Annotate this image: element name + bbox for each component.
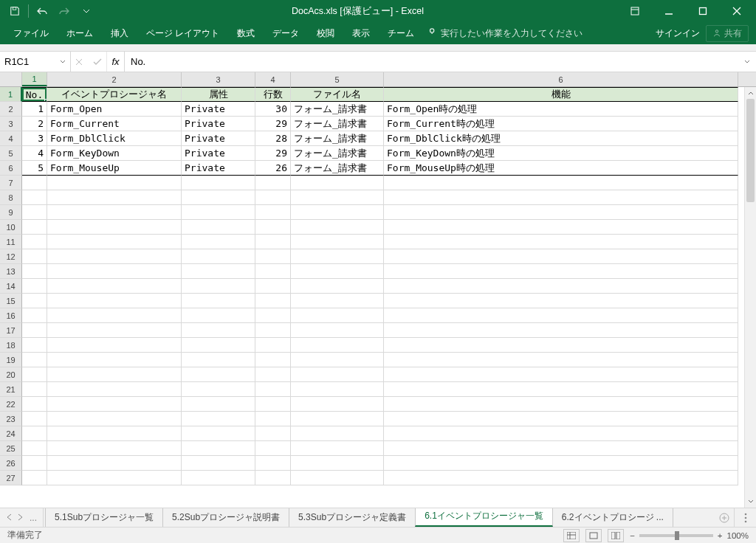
row-header[interactable]: 20	[0, 367, 22, 382]
cell[interactable]: Private	[182, 131, 255, 146]
cell[interactable]: Form_DblClick	[47, 131, 182, 146]
cell[interactable]	[291, 397, 384, 412]
cell[interactable]	[182, 279, 255, 294]
cell[interactable]: 行数	[255, 87, 291, 102]
row-header[interactable]: 16	[0, 308, 22, 323]
sheet-ellipsis[interactable]: ...	[30, 513, 37, 523]
chevron-down-icon[interactable]	[60, 56, 66, 67]
cell[interactable]: Private	[182, 146, 255, 161]
cell[interactable]	[255, 382, 291, 397]
cell[interactable]	[291, 205, 384, 220]
row-header[interactable]: 14	[0, 279, 22, 294]
cell[interactable]	[291, 190, 384, 205]
cell[interactable]	[291, 367, 384, 382]
row-header[interactable]: 12	[0, 249, 22, 264]
column-header[interactable]: 6	[384, 72, 738, 86]
cell[interactable]	[47, 190, 182, 205]
cell[interactable]	[22, 176, 47, 190]
cell[interactable]	[255, 279, 291, 294]
cell[interactable]	[22, 235, 47, 249]
cell[interactable]	[384, 235, 738, 249]
cell[interactable]	[47, 205, 182, 220]
cell[interactable]: Private	[182, 161, 255, 176]
row-header[interactable]: 23	[0, 412, 22, 426]
cell[interactable]	[182, 323, 255, 338]
cell[interactable]	[291, 264, 384, 279]
row-header[interactable]: 2	[0, 102, 22, 117]
row-header[interactable]: 9	[0, 205, 22, 220]
cell[interactable]	[384, 264, 738, 279]
fx-icon[interactable]: fx	[107, 52, 125, 72]
cell[interactable]: フォーム_請求書	[291, 161, 384, 176]
column-header[interactable]: 5	[291, 72, 384, 86]
cell[interactable]	[255, 264, 291, 279]
cell[interactable]: Form_MouseUp時の処理	[384, 161, 738, 176]
page-layout-view-icon[interactable]	[585, 529, 602, 542]
cell[interactable]	[384, 456, 738, 471]
cell[interactable]	[47, 412, 182, 426]
cell[interactable]	[255, 190, 291, 205]
tab-formulas[interactable]: 数式	[228, 22, 264, 44]
cell[interactable]	[255, 176, 291, 190]
cell[interactable]	[384, 397, 738, 412]
cell[interactable]	[47, 294, 182, 308]
cell[interactable]	[291, 308, 384, 323]
zoom-slider-knob[interactable]	[675, 531, 679, 540]
cell[interactable]: 機能	[384, 87, 738, 102]
row-header[interactable]: 17	[0, 323, 22, 338]
cell[interactable]	[255, 367, 291, 382]
cell[interactable]: イベントプロシージャ名	[47, 87, 182, 102]
cell[interactable]	[182, 249, 255, 264]
cell[interactable]	[291, 426, 384, 441]
row-header[interactable]: 25	[0, 441, 22, 456]
maximize-icon[interactable]	[687, 1, 719, 21]
cell[interactable]	[47, 353, 182, 367]
tab-data[interactable]: データ	[264, 22, 308, 44]
cell[interactable]	[182, 220, 255, 235]
row-header[interactable]: 10	[0, 220, 22, 235]
row-header[interactable]: 4	[0, 131, 22, 146]
cell[interactable]	[47, 264, 182, 279]
cell[interactable]	[22, 441, 47, 456]
cell[interactable]: 1	[22, 102, 47, 117]
row-header[interactable]: 3	[0, 117, 22, 131]
cell[interactable]	[255, 294, 291, 308]
cell[interactable]	[291, 249, 384, 264]
sheet-tab[interactable]: 5.3Subプロシージャ定義書	[289, 508, 416, 527]
cell[interactable]	[384, 426, 738, 441]
row-header[interactable]: 24	[0, 426, 22, 441]
name-box[interactable]: R1C1	[0, 52, 71, 72]
cell[interactable]	[255, 323, 291, 338]
cell[interactable]	[384, 294, 738, 308]
sheet-tab[interactable]: 5.2Subプロシージャ説明書	[162, 508, 289, 527]
scroll-up-icon[interactable]	[745, 87, 756, 99]
cell[interactable]: 30	[255, 102, 291, 117]
cell[interactable]	[255, 235, 291, 249]
cell[interactable]	[255, 205, 291, 220]
row-header[interactable]: 13	[0, 264, 22, 279]
cell[interactable]	[384, 382, 738, 397]
cell[interactable]: Form_Current時の処理	[384, 117, 738, 131]
formula-input[interactable]: No.	[125, 52, 756, 72]
cell[interactable]: No.	[22, 87, 47, 102]
minimize-icon[interactable]	[653, 1, 685, 21]
cell[interactable]: 属性	[182, 87, 255, 102]
sheet-last-icon[interactable]	[18, 513, 24, 523]
cell[interactable]	[182, 353, 255, 367]
cell[interactable]	[384, 367, 738, 382]
tab-file[interactable]: ファイル	[4, 22, 58, 44]
scrollbar-thumb[interactable]	[746, 99, 755, 202]
cell[interactable]	[291, 382, 384, 397]
cell[interactable]	[47, 441, 182, 456]
cell[interactable]: Private	[182, 102, 255, 117]
cell[interactable]: フォーム_請求書	[291, 102, 384, 117]
cell[interactable]: 3	[22, 131, 47, 146]
cell[interactable]	[384, 412, 738, 426]
cell[interactable]	[22, 249, 47, 264]
scroll-down-icon[interactable]	[745, 496, 756, 508]
cell[interactable]	[384, 205, 738, 220]
cell[interactable]	[22, 323, 47, 338]
cell[interactable]: Form_Current	[47, 117, 182, 131]
undo-icon[interactable]	[32, 1, 52, 21]
cell[interactable]	[22, 279, 47, 294]
